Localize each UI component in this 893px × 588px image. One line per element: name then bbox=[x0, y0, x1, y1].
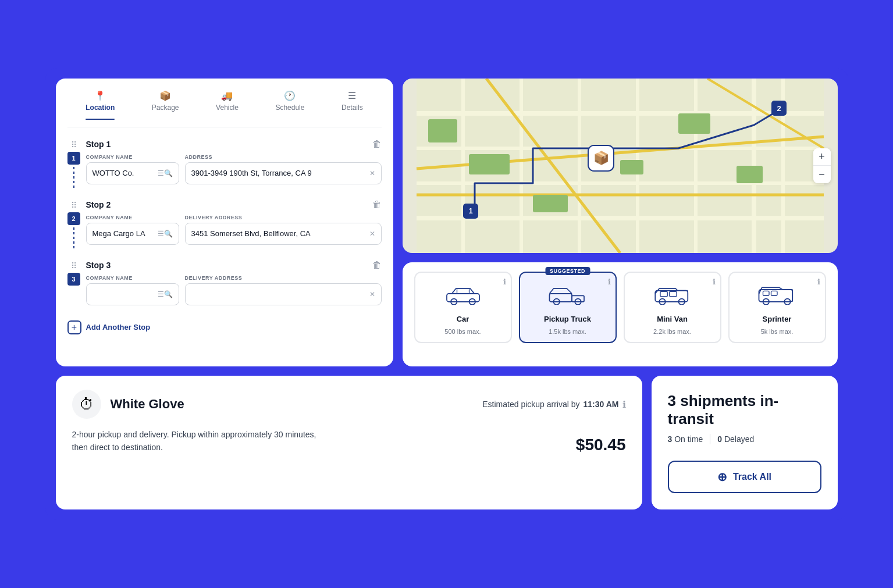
vehicle-card-pickup-truck[interactable]: SUGGESTED ℹ Pickup Truck bbox=[519, 272, 617, 343]
location-tab-icon: 📍 bbox=[94, 90, 106, 101]
stop-2-address-label: DELIVERY ADDRESS bbox=[185, 215, 382, 220]
tab-schedule-label: Schedule bbox=[275, 104, 304, 112]
delete-stop-1-icon[interactable]: 🗑 bbox=[372, 139, 382, 149]
stop-2-fields: COMPANY NAME Mega Cargo LA ☰🔍 DELIVERY A… bbox=[86, 215, 382, 245]
service-eta-info-icon[interactable]: ℹ bbox=[622, 399, 626, 410]
delayed-count: 0 Delayed bbox=[717, 434, 754, 444]
location-panel: 📍 Location 📦 Package 🚚 Vehicle 🕐 Schedul… bbox=[56, 79, 393, 367]
tab-details-label: Details bbox=[341, 104, 363, 112]
car-capacity: 500 lbs max. bbox=[444, 328, 481, 335]
vehicle-tab-icon: 🚚 bbox=[221, 90, 233, 101]
service-icon-wrap: ⏱ bbox=[72, 390, 101, 419]
tab-package-label: Package bbox=[152, 104, 179, 112]
stop-3-company-label: COMPANY NAME bbox=[86, 275, 179, 281]
tab-location-label: Location bbox=[86, 104, 115, 112]
sprinter-capacity: 5k lbs max. bbox=[761, 328, 794, 335]
vehicle-options: ℹ Car 500 lbs max. bbox=[414, 272, 826, 343]
package-tab-icon: 📦 bbox=[159, 90, 171, 101]
drag-handle-2[interactable]: ⠿ bbox=[71, 201, 77, 210]
zoom-in-button[interactable]: + bbox=[813, 148, 831, 166]
tab-package[interactable]: 📦 Package bbox=[147, 90, 184, 120]
tab-vehicle-label: Vehicle bbox=[216, 104, 239, 112]
delayed-count-value: 0 bbox=[717, 434, 722, 444]
vehicle-card-car[interactable]: ℹ Car 500 lbs max. bbox=[414, 272, 512, 343]
car-info-icon[interactable]: ℹ bbox=[503, 277, 506, 286]
delete-stop-2-icon[interactable]: 🗑 bbox=[372, 199, 382, 210]
stop-3-address-group: DELIVERY ADDRESS ✕ bbox=[185, 275, 382, 305]
tracking-divider bbox=[710, 434, 710, 444]
stop-2-company-group: COMPANY NAME Mega Cargo LA ☰🔍 bbox=[86, 215, 179, 245]
stop-1-address-group: ADDRESS 3901-3949 190th St, Torrance, CA… bbox=[185, 154, 382, 184]
zoom-out-button[interactable]: − bbox=[813, 166, 831, 183]
drag-handle-3[interactable]: ⠿ bbox=[71, 261, 77, 270]
on-time-count-value: 3 bbox=[668, 434, 673, 444]
svg-rect-16 bbox=[428, 119, 457, 142]
stop-1-left: ⠿ 1 bbox=[67, 139, 80, 190]
tracking-title: 3 shipments in-transit bbox=[668, 392, 821, 428]
app-wrapper: 📍 Location 📦 Package 🚚 Vehicle 🕐 Schedul… bbox=[45, 68, 848, 521]
stops-container: ⠿ 1 Stop 1 🗑 COMPANY NAME bbox=[67, 139, 382, 338]
truck-info-icon[interactable]: ℹ bbox=[608, 277, 611, 286]
drag-handle-1[interactable]: ⠿ bbox=[71, 140, 77, 149]
stop-2-header: Stop 2 🗑 bbox=[86, 199, 382, 210]
stop-3-company-input[interactable]: ☰🔍 bbox=[86, 283, 179, 305]
tab-vehicle[interactable]: 🚚 Vehicle bbox=[211, 90, 243, 120]
svg-rect-47 bbox=[771, 291, 777, 295]
car-name: Car bbox=[457, 315, 469, 323]
stop-1-company-icons: ☰🔍 bbox=[158, 169, 173, 177]
van-info-icon[interactable]: ℹ bbox=[713, 277, 716, 286]
map-zoom-controls: + − bbox=[813, 148, 831, 183]
svg-rect-18 bbox=[533, 195, 568, 212]
stop-1-address-input[interactable]: 3901-3949 190th St, Torrance, CA 9 ✕ bbox=[185, 162, 382, 184]
stop-row-1: ⠿ 1 Stop 1 🗑 COMPANY NAME bbox=[67, 139, 382, 190]
svg-text:1: 1 bbox=[468, 206, 472, 215]
tracking-info: 3 shipments in-transit 3 On time 0 Delay… bbox=[668, 392, 821, 461]
stop-3-address-label: DELIVERY ADDRESS bbox=[185, 275, 382, 281]
add-stop-plus-icon: + bbox=[67, 320, 81, 334]
sprinter-name: Sprinter bbox=[763, 315, 792, 323]
stop-3-address-input[interactable]: ✕ bbox=[185, 283, 382, 305]
stop-2-company-input[interactable]: Mega Cargo LA ☰🔍 bbox=[86, 223, 179, 245]
tracking-panel: 3 shipments in-transit 3 On time 0 Delay… bbox=[652, 376, 838, 509]
stop-2-address-input[interactable]: 3451 Somerset Blvd, Bellflower, CA ✕ bbox=[185, 223, 382, 245]
stop-1-badge: 1 bbox=[67, 152, 80, 165]
bottom-row: ⏱ White Glove Estimated pickup arrival b… bbox=[56, 376, 838, 509]
stop-1-content: Stop 1 🗑 COMPANY NAME WOTTO Co. ☰🔍 bbox=[86, 139, 382, 190]
van-capacity: 2.2k lbs max. bbox=[653, 328, 691, 335]
track-all-button[interactable]: ⊕ Track All bbox=[668, 461, 821, 493]
stop-3-clear-icon[interactable]: ✕ bbox=[369, 290, 375, 298]
van-name: Mini Van bbox=[657, 315, 688, 323]
stop-1-company-input[interactable]: WOTTO Co. ☰🔍 bbox=[86, 162, 179, 184]
stop-3-content: Stop 3 🗑 COMPANY NAME ☰🔍 bbox=[86, 260, 382, 305]
delete-stop-3-icon[interactable]: 🗑 bbox=[372, 260, 382, 270]
stop-1-clear-icon[interactable]: ✕ bbox=[369, 169, 375, 177]
stop-2-company-label: COMPANY NAME bbox=[86, 215, 179, 220]
stop-1-address-value: 3901-3949 190th St, Torrance, CA 9 bbox=[191, 169, 312, 177]
service-panel: ⏱ White Glove Estimated pickup arrival b… bbox=[56, 376, 642, 509]
stop-1-company-label: COMPANY NAME bbox=[86, 154, 179, 160]
stop-2-company-value: Mega Cargo LA bbox=[92, 229, 145, 238]
svg-text:2: 2 bbox=[777, 104, 781, 113]
service-price: $50.45 bbox=[576, 436, 626, 454]
stop-1-title: Stop 1 bbox=[86, 140, 111, 149]
vehicle-panel: ℹ Car 500 lbs max. bbox=[403, 262, 838, 367]
sprinter-info-icon[interactable]: ℹ bbox=[817, 277, 820, 286]
stop-2-clear-icon[interactable]: ✕ bbox=[369, 230, 375, 238]
sprinter-icon bbox=[757, 284, 798, 310]
tab-schedule[interactable]: 🕐 Schedule bbox=[271, 90, 309, 120]
tab-location[interactable]: 📍 Location bbox=[81, 90, 119, 120]
tab-details[interactable]: ☰ Details bbox=[337, 90, 368, 120]
stop-3-company-group: COMPANY NAME ☰🔍 bbox=[86, 275, 179, 305]
suggested-badge: SUGGESTED bbox=[545, 267, 590, 275]
stop-row-3: ⠿ 3 Stop 3 🗑 COMPANY NAME bbox=[67, 260, 382, 305]
service-eta-time: 11:30 AM bbox=[584, 400, 619, 409]
service-title: White Glove bbox=[111, 397, 184, 412]
track-all-label: Track All bbox=[733, 472, 771, 482]
vehicle-card-sprinter[interactable]: ℹ bbox=[728, 272, 826, 343]
svg-rect-41 bbox=[669, 291, 676, 297]
mini-van-icon bbox=[652, 284, 693, 310]
details-tab-icon: ☰ bbox=[348, 90, 356, 101]
vehicle-card-mini-van[interactable]: ℹ Mini Van bbox=[624, 272, 721, 343]
add-another-stop-button[interactable]: + Add Another Stop bbox=[67, 317, 382, 338]
stop-3-badge: 3 bbox=[67, 273, 80, 286]
